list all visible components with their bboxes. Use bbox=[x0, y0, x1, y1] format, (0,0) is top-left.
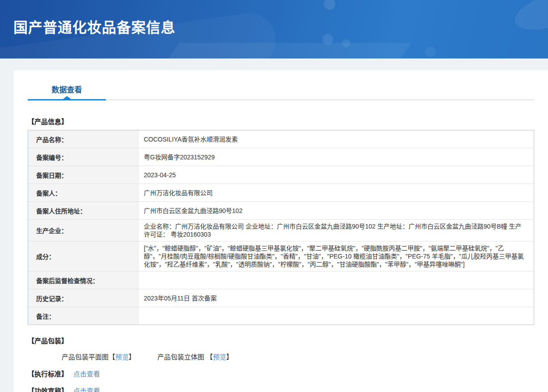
efficacy-claim-row: 【功效宣称】点击查看 bbox=[28, 386, 534, 392]
exec-standard-row: 【执行标准】点击查看 bbox=[28, 369, 534, 378]
tab-active-underline bbox=[28, 99, 106, 100]
row-value: 粤G妆网备字2023152929 bbox=[138, 148, 534, 166]
row-label: 备案人住所地址： bbox=[28, 202, 138, 219]
row-value bbox=[138, 271, 534, 289]
row-value: 广州万洁化妆品有限公司 bbox=[138, 184, 534, 201]
table-row: 历史记录： 2023年05月11日 首次备案 bbox=[28, 289, 534, 307]
tab-underline-track bbox=[28, 99, 534, 100]
row-value: 2023年05月11日 首次备案 bbox=[138, 289, 534, 307]
row-value: ["水"，"鲸蜡硬脂醇"，"矿油"，"鲸蜡硬脂基三甲基氯化铵"，"聚二甲基硅氧烷… bbox=[138, 242, 534, 271]
tab-bar: 数据查看 bbox=[28, 83, 534, 100]
bracket-close: 】 bbox=[129, 353, 135, 361]
table-row: 备注： bbox=[28, 307, 534, 325]
table-row: 生产企业： 企业名称：广州万洁化妆品有限公司 企业地址：广州市白云区金盆九曲泾路… bbox=[28, 219, 534, 241]
row-label: 备案编号： bbox=[28, 148, 138, 166]
table-row: 备案日期： 2023-04-25 bbox=[28, 166, 534, 183]
row-label: 产品名称： bbox=[28, 130, 138, 148]
header-decorative-circle bbox=[425, 46, 436, 57]
table-row: 产品名称： COCOSILIYA香氛补水顺滑润发素 bbox=[28, 130, 534, 148]
exec-standard-view-link[interactable]: 点击查看 bbox=[73, 370, 100, 378]
row-value: COCOSILIYA香氛补水顺滑润发素 bbox=[138, 130, 534, 148]
content-card: 数据查看 【产品信息】 产品名称： COCOSILIYA香氛补水顺滑润发素 备案… bbox=[13, 70, 548, 392]
row-value bbox=[138, 307, 534, 325]
table-row: 成分： ["水"，"鲸蜡硬脂醇"，"矿油"，"鲸蜡硬脂基三甲基氯化铵"，"聚二甲… bbox=[28, 241, 534, 271]
row-label: 备注： bbox=[28, 307, 138, 325]
table-row: 备案后监督检查情况： bbox=[28, 271, 534, 289]
exec-standard-label: 【执行标准】 bbox=[28, 370, 68, 378]
table-row: 备案编号： 粤G妆网备字2023152929 bbox=[28, 148, 534, 166]
packaging-flat-preview-link[interactable]: 预览 bbox=[115, 353, 129, 361]
packaging-flat-group: 产品包装平面图【预览】 bbox=[62, 352, 135, 361]
packaging-3d-preview-link[interactable]: 预览 bbox=[213, 353, 226, 361]
bracket-close: 】 bbox=[226, 353, 233, 361]
header-decorative-circle bbox=[322, 34, 333, 45]
page-title: 国产普通化妆品备案信息 bbox=[13, 16, 176, 37]
row-label: 成分： bbox=[28, 242, 138, 271]
product-info-section-title: 【产品信息】 bbox=[28, 117, 534, 126]
page-header: 国产普通化妆品备案信息 bbox=[0, 0, 548, 58]
header-decorative-circle bbox=[324, 0, 335, 10]
table-row: 备案人住所地址： 广州市白云区金盆九曲泾路90号102 bbox=[28, 201, 534, 219]
packaging-previews: 产品包装平面图【预览】 产品包装立体图 【预览】 bbox=[28, 352, 534, 361]
row-value: 企业名称：广州万洁化妆品有限公司 企业地址：广州市白云区金盆九曲泾路90号102… bbox=[138, 220, 534, 241]
header-decorative-ellipse bbox=[510, 0, 548, 37]
bracket-open: 【 bbox=[109, 353, 115, 361]
packaging-flat-label: 产品包装平面图 bbox=[62, 353, 109, 361]
packaging-3d-group: 产品包装立体图 【预览】 bbox=[157, 352, 233, 361]
row-label: 生产企业： bbox=[28, 220, 138, 241]
header-decorative-parallelogram bbox=[151, 43, 411, 58]
bracket-open: 【 bbox=[206, 353, 213, 361]
row-label: 历史记录： bbox=[28, 289, 138, 307]
header-decorative-circle bbox=[342, 39, 350, 47]
row-label: 备案后监督检查情况： bbox=[28, 271, 138, 289]
tab-caret-icon bbox=[63, 96, 71, 99]
product-info-table: 产品名称： COCOSILIYA香氛补水顺滑润发素 备案编号： 粤G妆网备字20… bbox=[28, 130, 534, 325]
row-value: 2023-04-25 bbox=[138, 166, 534, 183]
efficacy-claim-label: 【功效宣称】 bbox=[28, 387, 68, 392]
row-label: 备案日期： bbox=[28, 166, 138, 183]
row-value: 广州市白云区金盆九曲泾路90号102 bbox=[138, 202, 534, 219]
row-label: 备案人： bbox=[28, 184, 138, 201]
packaging-section-title: 【产品包装】 bbox=[28, 336, 534, 345]
table-row: 备案人： 广州万洁化妆品有限公司 bbox=[28, 183, 534, 201]
packaging-3d-label: 产品包装立体图 bbox=[157, 353, 206, 361]
efficacy-claim-view-link[interactable]: 点击查看 bbox=[73, 387, 100, 392]
